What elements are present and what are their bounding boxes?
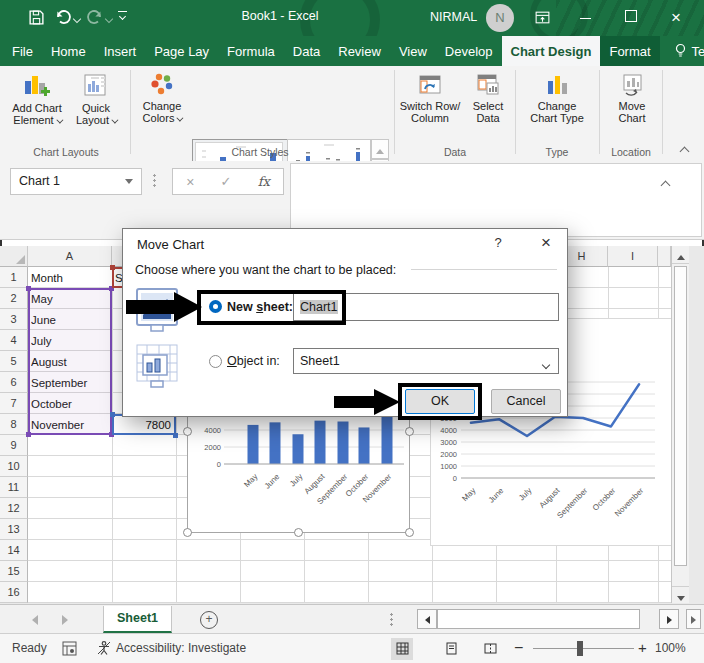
hscroll-corner[interactable] — [686, 609, 701, 629]
save-icon[interactable] — [28, 9, 45, 30]
combo-chevron-down-icon[interactable] — [537, 352, 555, 370]
collapse-formula-bar-icon[interactable] — [661, 181, 671, 191]
name-box-resize-handle[interactable] — [153, 173, 156, 189]
hscroll-right-icon[interactable] — [659, 609, 679, 629]
cancel-button[interactable]: Cancel — [491, 389, 561, 414]
row-header-7[interactable]: 7 — [0, 393, 28, 414]
undo-icon[interactable] — [54, 8, 72, 30]
avatar[interactable]: N — [486, 4, 514, 32]
change-chart-type-button[interactable]: ChangeChart Type — [520, 72, 594, 124]
maximize-button[interactable] — [621, 8, 641, 28]
scroll-up-icon[interactable] — [672, 246, 689, 264]
chart-handle-mid-left[interactable] — [183, 427, 192, 436]
insert-function-icon[interactable]: fx — [258, 174, 270, 189]
dialog-close-icon[interactable]: × — [531, 231, 561, 255]
tab-format[interactable]: Format — [600, 36, 659, 66]
row-header-13[interactable]: 13 — [0, 519, 28, 540]
tab-developer[interactable]: Develop — [436, 36, 502, 66]
formula-input[interactable] — [290, 163, 702, 237]
vertical-scrollbar[interactable] — [671, 246, 689, 603]
minimize-button[interactable] — [575, 8, 595, 28]
ribbon-display-options-icon[interactable] — [534, 9, 551, 30]
view-page-break-button[interactable] — [479, 638, 501, 660]
row-header-15[interactable]: 15 — [0, 561, 28, 582]
object-in-select[interactable]: Sheet1 — [293, 348, 559, 374]
sheet-tab-sheet1[interactable]: Sheet1 — [103, 606, 172, 633]
redo-dropdown-icon[interactable] — [105, 15, 113, 23]
name-box[interactable]: Chart 1 — [10, 168, 142, 195]
column-header-i[interactable]: I — [608, 246, 658, 267]
tab-page-layout[interactable]: Page Lay — [145, 36, 218, 66]
zoom-slider-thumb[interactable] — [577, 641, 583, 656]
row-header-6[interactable]: 6 — [0, 372, 28, 393]
tab-data[interactable]: Data — [284, 36, 329, 66]
object-in-label[interactable]: Object in: — [227, 354, 280, 368]
row-header-12[interactable]: 12 — [0, 498, 28, 519]
move-chart-button[interactable]: MoveChart — [604, 72, 660, 124]
hscroll-left-icon[interactable] — [417, 609, 437, 629]
change-colors-button[interactable]: ChangeColors — [134, 72, 190, 124]
sheet-nav-left-icon[interactable] — [32, 615, 38, 625]
row-header-9[interactable]: 9 — [0, 435, 28, 456]
view-normal-button[interactable] — [391, 638, 413, 660]
row-header-14[interactable]: 14 — [0, 540, 28, 561]
tab-insert[interactable]: Insert — [95, 36, 146, 66]
row-header-5[interactable]: 5 — [0, 351, 28, 372]
vertical-scroll-thumb[interactable] — [674, 266, 687, 566]
chart-styles-scroll-up[interactable] — [371, 139, 389, 159]
chart-handle-bottom-mid[interactable] — [294, 528, 303, 537]
enter-formula-icon[interactable]: ✓ — [221, 174, 232, 189]
tab-chart-design[interactable]: Chart Design — [502, 36, 601, 66]
quick-layout-button[interactable]: QuickLayout — [68, 72, 124, 126]
chart-handle-bottom-right[interactable] — [405, 528, 414, 537]
x-category-label: May — [460, 486, 477, 503]
zoom-out-button[interactable]: − — [514, 639, 523, 657]
switch-row-column-button[interactable]: Switch Row/Column — [398, 72, 462, 124]
hscroll-thumb[interactable] — [437, 609, 640, 629]
customize-quick-access-icon[interactable] — [118, 11, 127, 19]
row-header-1[interactable]: 1 — [0, 267, 28, 288]
select-data-button[interactable]: SelectData — [464, 72, 512, 124]
row-header-4[interactable]: 4 — [0, 330, 28, 351]
chart-handle-mid-right[interactable] — [405, 427, 414, 436]
row-header-8[interactable]: 8 — [0, 414, 28, 435]
macro-record-icon[interactable] — [62, 641, 77, 659]
object-in-radio[interactable] — [209, 355, 222, 368]
tab-formulas[interactable]: Formula — [218, 36, 284, 66]
object-in-value: Sheet1 — [300, 354, 340, 368]
tab-view[interactable]: View — [390, 36, 436, 66]
cancel-formula-icon[interactable]: × — [186, 174, 194, 190]
chart-handle-bottom-left[interactable] — [183, 528, 192, 537]
select-all-corner[interactable] — [0, 246, 28, 267]
row-header-3[interactable]: 3 — [0, 309, 28, 330]
sheet-nav-right-icon[interactable] — [62, 615, 68, 625]
row-header-11[interactable]: 11 — [0, 477, 28, 498]
row-header-16[interactable]: 16 — [0, 582, 28, 603]
undo-dropdown-icon[interactable] — [73, 15, 81, 23]
cell-a1[interactable]: Month — [31, 268, 109, 288]
column-header-a[interactable]: A — [28, 246, 112, 267]
accessibility-icon[interactable] — [96, 640, 112, 659]
scroll-down-icon[interactable] — [672, 586, 689, 603]
tab-home[interactable]: Home — [42, 36, 95, 66]
zoom-level[interactable]: 100% — [655, 641, 686, 655]
column-header-j-sliver[interactable] — [658, 246, 671, 267]
zoom-in-button[interactable]: + — [638, 639, 647, 656]
name-box-dropdown-icon[interactable] — [125, 179, 133, 184]
tab-scroll-splitter[interactable] — [390, 612, 393, 626]
status-accessibility[interactable]: Accessibility: Investigate — [116, 641, 246, 655]
redo-icon[interactable] — [86, 8, 104, 30]
dialog-help-button[interactable]: ? — [485, 235, 511, 255]
view-page-layout-button[interactable] — [440, 638, 462, 660]
user-name[interactable]: NIRMAL — [430, 10, 477, 24]
tell-me[interactable]: Tell me — [660, 36, 704, 66]
tab-review[interactable]: Review — [329, 36, 390, 66]
close-button[interactable]: × — [666, 8, 686, 28]
tab-file[interactable]: File — [0, 36, 42, 66]
row-header-2[interactable]: 2 — [0, 288, 28, 309]
zoom-slider-track[interactable] — [533, 648, 634, 649]
collapse-ribbon-icon[interactable] — [680, 147, 690, 157]
new-sheet-button[interactable]: + — [200, 611, 218, 629]
add-chart-element-button[interactable]: Add ChartElement — [8, 72, 66, 126]
row-header-10[interactable]: 10 — [0, 456, 28, 477]
